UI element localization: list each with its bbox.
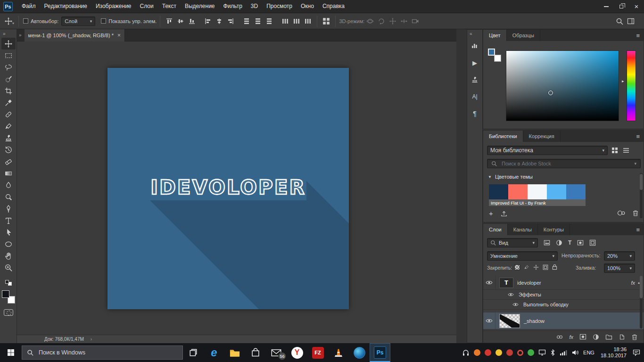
adobe-stock-search[interactable]: ▾ <box>487 159 641 168</box>
filter-type-layers-icon[interactable]: T <box>568 239 571 246</box>
store-taskbar-button[interactable] <box>245 343 266 362</box>
photoshop-taskbar-button[interactable]: Ps <box>370 343 390 362</box>
vlc-taskbar-button[interactable] <box>328 343 349 362</box>
status-options-icon[interactable]: › <box>91 337 92 342</box>
tab-adjustments[interactable]: Коррекция <box>523 131 561 142</box>
layer-row-idevoloper[interactable]: T idevoloper fx ▴ <box>483 276 644 290</box>
tool-dodge[interactable] <box>1 191 16 203</box>
layer-name[interactable]: idevoloper <box>517 280 541 286</box>
opacity-field[interactable]: 20% ▾ <box>604 251 635 261</box>
file-explorer-taskbar-button[interactable] <box>224 343 245 362</box>
document-tab[interactable]: мени-1 @ 100% (_shadow, RGB/8) * × <box>25 29 125 41</box>
tab-layers[interactable]: Слои <box>483 224 508 235</box>
language-indicator[interactable]: ENG <box>583 350 594 355</box>
menu-layers[interactable]: Слои <box>136 0 158 13</box>
foreground-color-swatch[interactable] <box>2 290 9 298</box>
grid-view-icon[interactable] <box>611 147 618 154</box>
delete-layer-icon[interactable] <box>631 334 638 340</box>
effects-row[interactable]: Эффекты <box>483 290 644 300</box>
autoselect-target-select[interactable]: Слой ▾ <box>61 16 95 26</box>
menu-view[interactable]: Просмотр <box>262 0 297 13</box>
canvas[interactable]: IDEVOLOPER <box>107 68 349 309</box>
task-view-button[interactable] <box>183 343 204 362</box>
tool-eraser[interactable] <box>1 156 16 167</box>
3d-roll-button[interactable] <box>376 16 387 27</box>
tab-overflow-icon[interactable]: » <box>17 33 25 38</box>
panel-menu-icon[interactable]: ≡ <box>632 224 644 235</box>
windows-search-box[interactable] <box>22 346 183 360</box>
shadow-layer-thumbnail[interactable] <box>499 314 520 328</box>
saturation-brightness-field[interactable] <box>506 50 619 121</box>
lock-pixels-icon[interactable] <box>524 264 529 270</box>
distribute-left-edges-button[interactable] <box>280 16 291 27</box>
menu-filter[interactable]: Фильтр <box>219 0 247 13</box>
character-panel-button[interactable]: A| <box>468 90 481 104</box>
tool-lasso[interactable] <box>1 61 16 73</box>
align-right-edges-button[interactable] <box>225 16 236 27</box>
tray-app-icon-orange[interactable] <box>474 349 480 356</box>
clone-source-panel-button[interactable] <box>468 73 481 87</box>
libraries-scrollbar[interactable] <box>640 173 643 218</box>
mail-taskbar-button[interactable]: 56 <box>266 343 287 362</box>
autoselect-checkbox[interactable] <box>23 18 28 24</box>
align-left-edges-button[interactable] <box>202 16 214 27</box>
tab-channels[interactable]: Каналы <box>508 224 538 235</box>
tray-app-icon-yellow[interactable] <box>495 349 502 356</box>
menu-edit[interactable]: Редактирование <box>40 0 91 13</box>
panel-menu-icon[interactable]: ≡ <box>632 30 644 41</box>
background-swatch[interactable] <box>494 55 501 62</box>
visibility-toggle[interactable] <box>483 313 495 329</box>
messenger-taskbar-button[interactable] <box>349 343 370 362</box>
tab-close-icon[interactable]: × <box>117 32 121 39</box>
upload-icon[interactable] <box>501 210 507 217</box>
lock-all-icon[interactable] <box>552 264 557 270</box>
distribute-bottom-edges-button[interactable] <box>264 16 275 27</box>
tool-gradient[interactable] <box>1 167 16 179</box>
theme-color-4[interactable] <box>547 184 566 199</box>
toolbar-collapse-icon[interactable]: » <box>3 31 6 36</box>
filter-adjustment-layers-icon[interactable] <box>556 239 562 246</box>
layer-fx-badge[interactable]: fx <box>631 280 635 286</box>
list-view-icon[interactable] <box>623 147 629 154</box>
fill-field[interactable]: 100% ▾ <box>604 263 635 273</box>
tab-libraries[interactable]: Библиотеки <box>483 131 523 142</box>
creative-cloud-sync-icon[interactable] <box>617 210 626 216</box>
rail-expand-icon[interactable]: « <box>470 31 472 36</box>
visibility-toggle[interactable] <box>483 276 495 289</box>
menu-window[interactable]: Окно <box>297 0 318 13</box>
tool-clone-stamp[interactable] <box>1 132 16 144</box>
color-theme-swatches[interactable] <box>489 184 586 199</box>
taskbar-clock[interactable]: 18:36 18.10.2017 <box>601 346 627 359</box>
distribute-horizontal-centers-button[interactable] <box>291 16 302 27</box>
menu-image[interactable]: Изображение <box>91 0 136 13</box>
tool-blur[interactable] <box>1 179 16 191</box>
library-select[interactable]: Моя библиотека ▾ <box>487 146 608 155</box>
filezilla-taskbar-button[interactable]: FZ <box>307 343 328 362</box>
default-colors-icon[interactable] <box>5 280 12 286</box>
foreground-swatch[interactable] <box>488 49 495 56</box>
3d-orbit-button[interactable] <box>364 16 376 27</box>
layer-filter-select[interactable]: Вид ▾ <box>487 238 538 247</box>
headphones-tray-icon[interactable] <box>462 349 470 356</box>
filter-shape-layers-icon[interactable] <box>577 239 584 246</box>
theme-color-2[interactable] <box>508 184 528 199</box>
3d-slide-button[interactable] <box>398 16 410 27</box>
close-button[interactable]: × <box>629 0 644 13</box>
tool-brush[interactable] <box>1 120 16 132</box>
lock-transparency-icon[interactable] <box>514 264 520 270</box>
align-vertical-centers-button[interactable] <box>175 16 186 27</box>
tool-path-selection[interactable] <box>1 226 16 238</box>
tool-pen[interactable] <box>1 203 16 214</box>
quick-mask-button[interactable] <box>4 309 13 316</box>
action-center-icon[interactable] <box>633 349 640 356</box>
tool-hand[interactable] <box>1 250 16 262</box>
tool-healing-brush[interactable] <box>1 108 16 120</box>
panel-menu-icon[interactable]: ≡ <box>632 131 644 142</box>
theme-color-1[interactable] <box>489 184 508 199</box>
layer-style-icon[interactable]: fx <box>569 334 573 340</box>
align-horizontal-centers-button[interactable] <box>214 16 225 27</box>
menu-select[interactable]: Выделение <box>181 0 219 13</box>
tray-app-icon-red[interactable] <box>485 349 491 356</box>
tab-swatches[interactable]: Образцы <box>507 30 540 41</box>
histogram-panel-button[interactable] <box>468 39 481 53</box>
